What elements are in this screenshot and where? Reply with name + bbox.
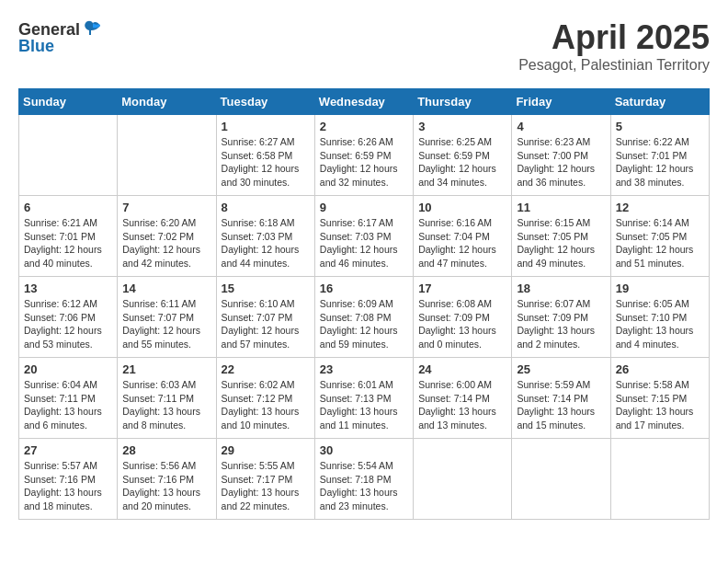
day-number: 8: [222, 201, 310, 214]
day-detail: Sunrise: 6:02 AM Sunset: 7:12 PM Dayligh…: [222, 378, 310, 432]
calendar-cell: 25Sunrise: 5:59 AM Sunset: 7:14 PM Dayli…: [512, 358, 610, 439]
day-detail: Sunrise: 6:27 AM Sunset: 6:58 PM Dayligh…: [222, 135, 310, 190]
day-number: 2: [320, 120, 408, 133]
day-number: 18: [517, 282, 605, 295]
week-row-3: 13Sunrise: 6:12 AM Sunset: 7:06 PM Dayli…: [19, 277, 710, 358]
logo: General Blue: [18, 18, 104, 56]
day-detail: Sunrise: 6:26 AM Sunset: 6:59 PM Dayligh…: [320, 135, 408, 190]
day-number: 9: [320, 201, 408, 214]
day-number: 22: [222, 362, 310, 376]
day-number: 13: [24, 282, 112, 295]
day-detail: Sunrise: 6:01 AM Sunset: 7:13 PM Dayligh…: [320, 378, 408, 432]
day-detail: Sunrise: 5:56 AM Sunset: 7:16 PM Dayligh…: [122, 459, 210, 513]
day-detail: Sunrise: 6:20 AM Sunset: 7:02 PM Dayligh…: [122, 216, 210, 270]
day-number: 21: [122, 362, 210, 376]
day-number: 3: [418, 120, 506, 133]
calendar-cell: [19, 115, 118, 196]
day-detail: Sunrise: 6:16 AM Sunset: 7:04 PM Dayligh…: [418, 216, 506, 270]
day-number: 24: [418, 362, 506, 376]
day-detail: Sunrise: 6:00 AM Sunset: 7:14 PM Dayligh…: [418, 378, 506, 432]
day-number: 7: [122, 201, 210, 214]
calendar-cell: 2Sunrise: 6:26 AM Sunset: 6:59 PM Daylig…: [314, 115, 413, 196]
day-number: 17: [418, 282, 506, 295]
calendar-cell: 22Sunrise: 6:02 AM Sunset: 7:12 PM Dayli…: [216, 358, 314, 439]
calendar-cell: [118, 115, 216, 196]
calendar-cell: 11Sunrise: 6:15 AM Sunset: 7:05 PM Dayli…: [512, 196, 610, 277]
day-number: 25: [517, 362, 605, 376]
calendar-cell: 16Sunrise: 6:09 AM Sunset: 7:08 PM Dayli…: [314, 277, 413, 358]
week-row-5: 27Sunrise: 5:57 AM Sunset: 7:16 PM Dayli…: [19, 439, 710, 520]
day-number: 27: [24, 443, 112, 457]
location-title: Pesagot, Palestinian Territory: [518, 57, 710, 74]
calendar-cell: 1Sunrise: 6:27 AM Sunset: 6:58 PM Daylig…: [216, 115, 314, 196]
calendar-cell: 15Sunrise: 6:10 AM Sunset: 7:07 PM Dayli…: [216, 277, 314, 358]
day-number: 28: [122, 443, 210, 457]
day-detail: Sunrise: 6:10 AM Sunset: 7:07 PM Dayligh…: [222, 297, 310, 351]
day-detail: Sunrise: 6:14 AM Sunset: 7:05 PM Dayligh…: [616, 216, 704, 270]
day-detail: Sunrise: 6:03 AM Sunset: 7:11 PM Dayligh…: [122, 378, 210, 432]
day-detail: Sunrise: 6:18 AM Sunset: 7:03 PM Dayligh…: [222, 216, 310, 270]
day-number: 20: [24, 362, 112, 376]
calendar-cell: 19Sunrise: 6:05 AM Sunset: 7:10 PM Dayli…: [610, 277, 709, 358]
day-number: 11: [517, 201, 605, 214]
calendar-cell: 28Sunrise: 5:56 AM Sunset: 7:16 PM Dayli…: [118, 439, 216, 520]
calendar-cell: 24Sunrise: 6:00 AM Sunset: 7:14 PM Dayli…: [414, 358, 512, 439]
day-number: 10: [418, 201, 506, 214]
calendar-cell: 6Sunrise: 6:21 AM Sunset: 7:01 PM Daylig…: [19, 196, 118, 277]
day-detail: Sunrise: 6:23 AM Sunset: 7:00 PM Dayligh…: [517, 135, 605, 190]
day-detail: Sunrise: 6:11 AM Sunset: 7:07 PM Dayligh…: [122, 297, 210, 351]
day-detail: Sunrise: 5:59 AM Sunset: 7:14 PM Dayligh…: [517, 378, 605, 432]
day-detail: Sunrise: 6:25 AM Sunset: 6:59 PM Dayligh…: [418, 135, 506, 190]
day-detail: Sunrise: 5:55 AM Sunset: 7:17 PM Dayligh…: [222, 459, 310, 513]
calendar-cell: 3Sunrise: 6:25 AM Sunset: 6:59 PM Daylig…: [414, 115, 512, 196]
calendar-cell: 29Sunrise: 5:55 AM Sunset: 7:17 PM Dayli…: [216, 439, 314, 520]
day-detail: Sunrise: 6:21 AM Sunset: 7:01 PM Dayligh…: [24, 216, 112, 270]
day-number: 19: [616, 282, 704, 295]
day-header-thursday: Thursday: [414, 89, 512, 115]
calendar-cell: 14Sunrise: 6:11 AM Sunset: 7:07 PM Dayli…: [118, 277, 216, 358]
day-detail: Sunrise: 5:57 AM Sunset: 7:16 PM Dayligh…: [24, 459, 112, 513]
day-header-sunday: Sunday: [19, 89, 118, 115]
day-number: 5: [616, 120, 704, 133]
logo-blue: Blue: [18, 37, 54, 56]
calendar-cell: 5Sunrise: 6:22 AM Sunset: 7:01 PM Daylig…: [610, 115, 709, 196]
day-number: 14: [122, 282, 210, 295]
week-row-4: 20Sunrise: 6:04 AM Sunset: 7:11 PM Dayli…: [19, 358, 710, 439]
day-header-friday: Friday: [512, 89, 610, 115]
day-number: 12: [616, 201, 704, 214]
calendar-cell: 21Sunrise: 6:03 AM Sunset: 7:11 PM Dayli…: [118, 358, 216, 439]
calendar-cell: 18Sunrise: 6:07 AM Sunset: 7:09 PM Dayli…: [512, 277, 610, 358]
day-detail: Sunrise: 6:15 AM Sunset: 7:05 PM Dayligh…: [517, 216, 605, 270]
calendar-cell: 23Sunrise: 6:01 AM Sunset: 7:13 PM Dayli…: [314, 358, 413, 439]
calendar-cell: 13Sunrise: 6:12 AM Sunset: 7:06 PM Dayli…: [19, 277, 118, 358]
calendar-cell: 20Sunrise: 6:04 AM Sunset: 7:11 PM Dayli…: [19, 358, 118, 439]
page-header: General Blue April 2025 Pesagot, Palesti…: [18, 18, 710, 74]
calendar-cell: 17Sunrise: 6:08 AM Sunset: 7:09 PM Dayli…: [414, 277, 512, 358]
day-detail: Sunrise: 6:07 AM Sunset: 7:09 PM Dayligh…: [517, 297, 605, 351]
week-row-2: 6Sunrise: 6:21 AM Sunset: 7:01 PM Daylig…: [19, 196, 710, 277]
calendar-table: SundayMondayTuesdayWednesdayThursdayFrid…: [18, 88, 710, 520]
calendar-cell: 7Sunrise: 6:20 AM Sunset: 7:02 PM Daylig…: [118, 196, 216, 277]
month-title: April 2025: [518, 18, 710, 57]
day-detail: Sunrise: 6:08 AM Sunset: 7:09 PM Dayligh…: [418, 297, 506, 351]
day-header-saturday: Saturday: [610, 89, 709, 115]
day-number: 6: [24, 201, 112, 214]
day-number: 23: [320, 362, 408, 376]
calendar-cell: 27Sunrise: 5:57 AM Sunset: 7:16 PM Dayli…: [19, 439, 118, 520]
day-detail: Sunrise: 6:05 AM Sunset: 7:10 PM Dayligh…: [616, 297, 704, 351]
day-number: 26: [616, 362, 704, 376]
day-number: 16: [320, 282, 408, 295]
calendar-cell: 8Sunrise: 6:18 AM Sunset: 7:03 PM Daylig…: [216, 196, 314, 277]
calendar-cell: 12Sunrise: 6:14 AM Sunset: 7:05 PM Dayli…: [610, 196, 709, 277]
day-number: 4: [517, 120, 605, 133]
calendar-header-row: SundayMondayTuesdayWednesdayThursdayFrid…: [19, 89, 710, 115]
title-block: April 2025 Pesagot, Palestinian Territor…: [518, 18, 710, 74]
calendar-cell: [414, 439, 512, 520]
day-detail: Sunrise: 6:09 AM Sunset: 7:08 PM Dayligh…: [320, 297, 408, 351]
day-number: 1: [222, 120, 310, 133]
day-detail: Sunrise: 5:58 AM Sunset: 7:15 PM Dayligh…: [616, 378, 704, 432]
calendar-cell: 30Sunrise: 5:54 AM Sunset: 7:18 PM Dayli…: [314, 439, 413, 520]
calendar-cell: [610, 439, 709, 520]
day-header-wednesday: Wednesday: [314, 89, 413, 115]
calendar-cell: 9Sunrise: 6:17 AM Sunset: 7:03 PM Daylig…: [314, 196, 413, 277]
